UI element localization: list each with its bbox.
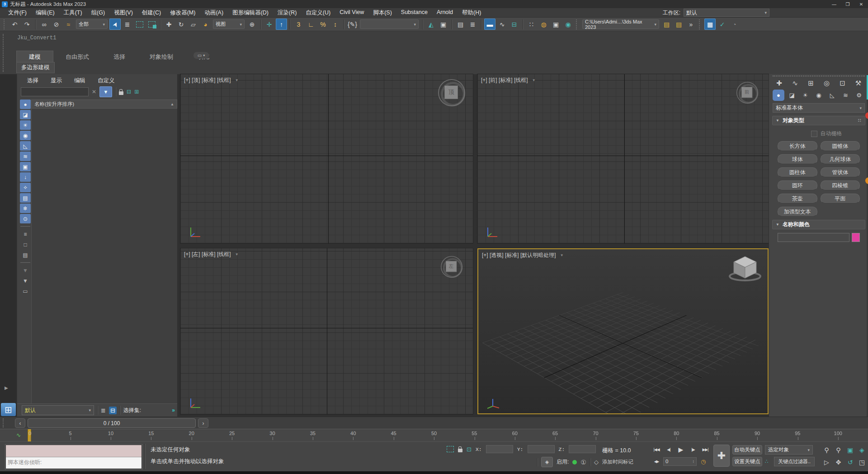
name-color-rollout[interactable]: ▼ 名称和颜色 [772,220,865,229]
save-file-button[interactable]: ▦ [704,19,716,30]
ribbon-tab-1[interactable]: 自由形式 [53,51,101,63]
z-coordinate-field[interactable] [569,445,596,453]
select-place-button[interactable]: ◕ [200,19,211,30]
explorer-search-input[interactable] [21,87,89,96]
tab-create[interactable]: ✚ [772,77,787,89]
curve-editor-button[interactable]: ∿ [496,19,508,30]
menu-item-10[interactable]: 自定义(U) [301,9,335,17]
viewport-front[interactable]: [+] [前] [标准] [线框] ▼ 前 [477,74,769,243]
menu-item-8[interactable]: 图形编辑器(D) [228,9,273,17]
tab-display[interactable]: ⊡ [835,77,850,89]
ribbon-toggle-button[interactable]: ▬ [484,19,495,30]
toolbar-overflow-button[interactable]: » [685,19,697,30]
set-keys-button[interactable]: ✚ [713,445,730,467]
window-crossing-button[interactable] [146,19,157,30]
viewcube[interactable]: 左 [440,256,463,278]
menu-item-5[interactable]: 创建(C) [137,9,165,17]
explorer-menu-1[interactable]: 显示 [51,77,62,85]
explorer-preset-dropdown[interactable]: 默认 ▾ [22,405,94,415]
render-button[interactable]: ◉ [562,19,574,30]
filter-boxes-icon[interactable]: ▤ [20,193,31,203]
maximize-button[interactable]: ❐ [841,0,854,8]
one-badge-icon[interactable]: ① [580,459,586,466]
maxscript-mini-listener[interactable]: 脚本迷你侦听: [5,445,142,469]
primitive-button-8[interactable]: 茶壶 [778,194,817,204]
lock-explorer-icon[interactable] [119,91,123,95]
explorer-menu-0[interactable]: 选择 [27,77,38,85]
primitive-button-1[interactable]: 圆锥体 [821,141,860,151]
redo-button[interactable]: ↷ [21,19,33,30]
keyboard-override-button[interactable]: ↑ [276,19,287,30]
object-name-input[interactable] [778,233,849,242]
menu-item-9[interactable]: 渲染(R) [273,9,301,17]
selection-filter-dropdown[interactable]: 全部▾ [76,19,108,29]
spinner-snap-button[interactable]: ↕ [330,19,341,30]
viewport-menu-icon[interactable]: ▼ [235,252,239,256]
project-path-dropdown[interactable]: C:\Users\Admi…\3ds Max 2023▾ [582,19,659,29]
previous-key-button[interactable]: ‹ [15,418,25,428]
tab-utilities[interactable]: ⚒ [851,77,866,89]
zoom-extents-all-button[interactable]: ◈ [856,444,868,456]
selected-objects-dropdown[interactable]: 选定对象 ▾ [765,445,813,455]
next-key-button[interactable]: › [198,418,208,428]
auto-key-button[interactable]: 自动关键点 [732,445,762,455]
rendered-frame-button[interactable]: ▣ [550,19,561,30]
view-detail-icon[interactable]: ▤ [20,250,31,260]
viewport-perspective[interactable]: [+] [透视] [标准] [默认明暗处理] ▼ [477,248,769,414]
explorer-menu-3[interactable]: 自定义 [98,77,115,85]
maximize-viewport-button[interactable]: ◳ [856,456,868,468]
filter-funnel-icon[interactable]: ▼ [20,276,31,285]
expand-arrow-icon[interactable]: ▶ [5,385,8,390]
primitive-button-2[interactable]: 球体 [778,154,817,164]
menu-item-15[interactable]: 帮助(H) [458,9,486,17]
clear-search-icon[interactable]: ✕ [92,89,96,95]
primitive-button-5[interactable]: 管状体 [821,167,860,177]
filter-config-icon[interactable]: ▼ [20,265,31,275]
edge-orange-icon[interactable] [865,177,868,184]
viewport-menu-icon[interactable]: ▼ [532,78,536,82]
tab-hierarchy[interactable]: ⊞ [803,77,818,89]
project-folder-button[interactable]: ▤ [661,19,672,30]
object-type-rollout[interactable]: ▼ 对象类型 ∷ [772,116,865,125]
key-filters-button[interactable]: 关键点过滤器.. [774,457,815,466]
cat-spacewarps[interactable]: ≋ [840,90,852,101]
selection-lock-icon[interactable] [458,449,462,452]
explorer-overflow-icon[interactable]: » [172,407,175,413]
orbit-button[interactable]: ↺ [844,456,856,468]
layer-explorer-button[interactable]: ≣ [467,19,478,30]
go-to-start-button[interactable]: |◀◀ [651,445,662,454]
spinner-icon[interactable]: ↕ [693,459,695,464]
viewport-menu-icon[interactable]: ▼ [560,253,564,257]
toolbar-handle[interactable] [4,19,7,29]
select-rotate-button[interactable]: ↻ [175,19,187,30]
key-mode-toggle[interactable]: ◀▶ [651,457,662,466]
layers-icon[interactable]: ≣ [101,407,106,414]
undo-button[interactable]: ↶ [9,19,20,30]
explorer-menu-2[interactable]: 编辑 [74,77,85,85]
viewcube[interactable]: 前 [736,81,759,104]
time-configuration-button[interactable]: ◷ [698,457,709,466]
filter-containers-icon[interactable]: ↓ [20,172,31,182]
validate-button[interactable]: ✓ [717,19,728,30]
snaps-toggle-button[interactable]: 3 [293,19,304,30]
named-sets-dropdown[interactable]: ▾ [360,19,419,29]
isolate-selection-icon[interactable] [447,446,454,452]
toolbar-handle[interactable] [699,19,702,29]
cat-systems[interactable]: ⚙ [853,90,865,101]
primitive-button-7[interactable]: 四棱锥 [821,180,860,190]
ribbon-tab-3[interactable]: 对象绘制 [137,51,185,63]
filter-bones-icon[interactable]: ✧ [20,183,31,192]
filter-xrefs-icon[interactable]: ▣ [20,162,31,171]
set-key-button[interactable]: 设置关键点 [732,457,762,466]
filter-helpers-icon[interactable]: ◺ [20,141,31,151]
primitive-category-dropdown[interactable]: 标准基本体 ▾ [773,103,865,113]
flat-view-button[interactable]: ⊞ [134,89,139,95]
add-time-tag[interactable]: 添加时间标记 [602,459,633,465]
view-blank-icon[interactable]: □ [20,240,31,249]
time-slider-handle[interactable]: 0 / 100 [28,418,196,428]
viewport-left[interactable]: [+] [左] [标准] [线框] ▼ 左 [180,248,473,414]
primitive-button-3[interactable]: 几何球体 [821,154,860,164]
filter-frozen-icon[interactable]: ❄ [20,204,31,213]
render-setup-button[interactable]: ◍ [538,19,549,30]
unlink-button[interactable]: ⊘ [51,19,62,30]
